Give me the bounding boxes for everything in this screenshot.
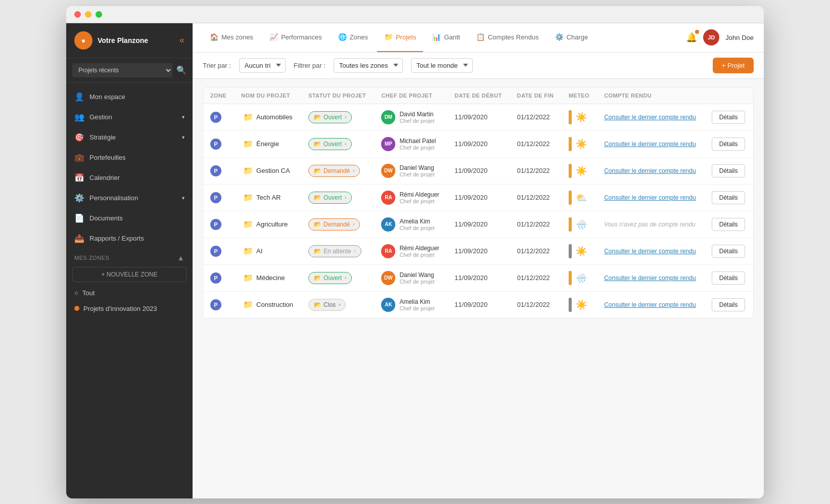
chef-avatar: AK <box>381 217 395 232</box>
filtrer-zone-select[interactable]: Toutes les zones <box>334 58 403 73</box>
cell-status: 📂 Ouvert › <box>301 184 374 211</box>
zone-item-projets-innovation[interactable]: Projets d'innovation 2023 <box>66 301 193 316</box>
sidebar-item-strategie[interactable]: 🎯 Stratégie ▾ <box>66 127 193 148</box>
sidebar-search-area: Projets récents 🔍 <box>66 58 193 83</box>
cell-status: 📂 Ouvert › <box>301 130 374 157</box>
filtrer-monde-select[interactable]: Tout le monde <box>411 58 473 73</box>
tab-label: Charge <box>567 33 588 41</box>
chef-name: Daniel Wang <box>399 164 434 171</box>
meteo-cell: 🌧️ <box>569 217 590 232</box>
sidebar-item-personnalisation[interactable]: ⚙️ Personnalisation ▾ <box>66 188 193 208</box>
chef-details: David Martin Chef de projet <box>399 111 434 124</box>
maximize-button[interactable] <box>96 11 102 18</box>
cell-project-name: 📁 Construction <box>234 291 301 318</box>
search-button[interactable]: 🔍 <box>176 65 187 75</box>
tab-comptes-rendus[interactable]: 📋 Comptes Rendus <box>469 23 545 52</box>
cell-date-debut: 11/09/2020 <box>447 157 510 184</box>
sidebar-item-label: Calendrier <box>89 174 120 181</box>
tab-performances[interactable]: 📈 Performances <box>262 23 329 52</box>
status-badge[interactable]: 📂 Demandé › <box>308 165 360 177</box>
recent-projects-select[interactable]: Projets récents <box>72 63 172 77</box>
compte-rendu-link[interactable]: Consulter le dernier compte rendu <box>604 248 696 255</box>
table-row: P 📁 Agriculture 📂 Demandé › AK <box>203 211 753 238</box>
compte-rendu-link[interactable]: Consulter le dernier compte rendu <box>604 301 696 308</box>
status-badge[interactable]: 📂 Ouvert › <box>308 111 352 123</box>
compte-rendu-link[interactable]: Consulter le dernier compte rendu <box>604 167 696 174</box>
toolbar: Trier par : Aucun tri Filtrer par : Tout… <box>193 53 764 79</box>
cell-status: 📂 Ouvert › <box>301 264 374 291</box>
status-badge[interactable]: 📂 Clos › <box>308 299 346 311</box>
sidebar-item-rapports[interactable]: 📤 Rapports / Exports <box>66 228 193 249</box>
zone-badge: P <box>210 219 221 230</box>
folder-icon: 📁 <box>243 246 253 256</box>
compte-rendu-link[interactable]: Consulter le dernier compte rendu <box>604 141 696 148</box>
details-button[interactable]: Détails <box>712 138 746 151</box>
mes-zones-label: Mes Zones <box>74 255 109 261</box>
chef-name: David Martin <box>399 111 434 118</box>
close-button[interactable] <box>74 11 81 18</box>
no-compte-text: Vous n'avez pas de compte rendu <box>604 221 696 228</box>
sidebar-item-calendrier[interactable]: 📅 Calendrier <box>66 168 193 188</box>
cell-date-fin: 01/12/2022 <box>510 130 562 157</box>
details-button[interactable]: Détails <box>712 245 746 258</box>
chef-info: RA Rémi Aldeguer Chef de projet <box>381 191 440 205</box>
details-button[interactable]: Détails <box>712 191 746 204</box>
zone-item-tout[interactable]: ○ Tout <box>66 285 193 301</box>
status-badge[interactable]: 📂 Demandé › <box>308 218 360 231</box>
date-debut: 11/09/2020 <box>454 194 487 201</box>
chef-info: AK Amelia Kim Chef de projet <box>381 298 440 312</box>
trier-select[interactable]: Aucun tri <box>239 58 286 73</box>
topbar: 🏠 Mes zones 📈 Performances 🌐 Zones 📁 Pro… <box>193 23 764 53</box>
status-arrow-icon: › <box>345 141 346 147</box>
meteo-cell: 🌧️ <box>569 271 590 285</box>
notification-button[interactable]: 🔔 <box>686 32 697 43</box>
compte-rendu-link[interactable]: Consulter le dernier compte rendu <box>604 114 696 121</box>
details-button[interactable]: Détails <box>712 164 746 177</box>
status-badge[interactable]: 📂 Ouvert › <box>308 138 352 150</box>
meteo-cell: ☀️ <box>569 110 590 124</box>
tab-zones[interactable]: 🌐 Zones <box>331 23 375 52</box>
mes-zones-toggle[interactable]: ▲ <box>177 254 185 262</box>
content-area: ZONE NOM DU PROJET STATUT DU PROJET CHEF… <box>193 79 764 498</box>
tab-charge[interactable]: ⚙️ Charge <box>548 23 595 52</box>
cell-date-debut: 11/09/2020 <box>447 104 510 130</box>
status-badge[interactable]: 📂 En attente › <box>308 245 361 257</box>
chef-avatar: AK <box>381 298 395 312</box>
mes-zones-section: Mes Zones ▲ <box>66 249 193 264</box>
zones-tab-icon: 🌐 <box>338 33 347 41</box>
sidebar-item-mon-espace[interactable]: 👤 Mon espace <box>66 87 193 107</box>
tab-mes-zones[interactable]: 🏠 Mes zones <box>203 23 260 52</box>
rapports-icon: 📤 <box>74 234 84 244</box>
status-badge[interactable]: 📂 Ouvert › <box>308 272 352 284</box>
minimize-button[interactable] <box>85 11 91 18</box>
compte-rendu-link[interactable]: Consulter le dernier compte rendu <box>604 194 696 201</box>
sidebar-item-portefeuilles[interactable]: 💼 Portefeuilles <box>66 148 193 168</box>
cell-status: 📂 En attente › <box>301 238 374 264</box>
tab-projets[interactable]: 📁 Projets <box>377 23 423 52</box>
tab-label: Mes zones <box>221 33 253 41</box>
sidebar-item-gestion[interactable]: 👥 Gestion ▾ <box>66 107 193 127</box>
logo: ● <box>74 31 93 50</box>
cell-chef: DW Daniel Wang Chef de projet <box>374 264 447 291</box>
details-button[interactable]: Détails <box>712 271 746 285</box>
chef-name: Amelia Kim <box>399 298 434 305</box>
details-button[interactable]: Détails <box>712 218 746 231</box>
sidebar-collapse-button[interactable]: « <box>179 35 185 45</box>
folder-icon: 📁 <box>243 139 253 149</box>
status-badge[interactable]: 📂 Ouvert › <box>308 192 352 204</box>
details-button[interactable]: Détails <box>712 298 746 311</box>
folder-small-icon: 📂 <box>314 167 321 174</box>
project-name: Gestion CA <box>256 167 290 174</box>
tab-gantt[interactable]: 📊 Gantt <box>425 23 467 52</box>
performances-tab-icon: 📈 <box>269 33 278 41</box>
cell-status: 📂 Demandé › <box>301 157 374 184</box>
sidebar-item-documents[interactable]: 📄 Documents <box>66 208 193 228</box>
table-row: P 📁 Automobiles 📂 Ouvert › DM <box>203 104 753 130</box>
compte-rendu-link[interactable]: Consulter le dernier compte rendu <box>604 274 696 282</box>
chevron-icon: ▾ <box>182 114 185 120</box>
table-row: P 📁 Tech AR 📂 Ouvert › RA Ré <box>203 184 753 211</box>
new-zone-button[interactable]: + NOUVELLE ZONE <box>72 267 187 282</box>
sidebar-item-label: Personnalisation <box>89 194 138 202</box>
details-button[interactable]: Détails <box>712 111 746 124</box>
add-project-button[interactable]: + Projet <box>713 58 754 73</box>
